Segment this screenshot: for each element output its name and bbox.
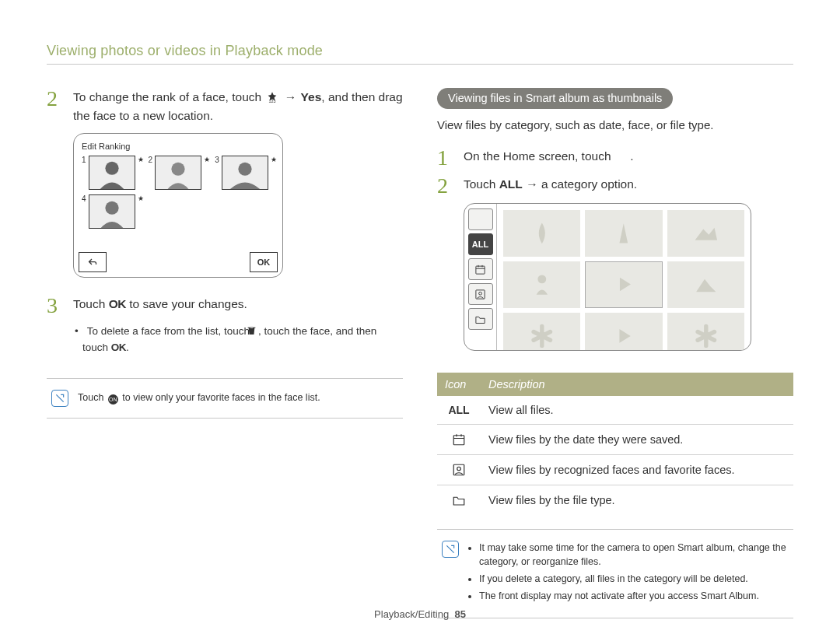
svg-text:123: 123 xyxy=(269,99,276,103)
ok-icon: OK xyxy=(111,342,126,353)
svg-point-7 xyxy=(479,292,482,295)
text: . xyxy=(630,149,633,163)
thumb xyxy=(585,210,662,257)
list-item: The front display may not activate after… xyxy=(479,589,787,603)
step-text: To change the rank of a face, touch 123 … xyxy=(73,88,403,125)
svg-point-11 xyxy=(457,467,461,471)
step-number: 2 xyxy=(47,88,64,125)
yes-label: Yes xyxy=(301,90,322,103)
rank-num: 3 xyxy=(215,156,219,164)
cell-desc: View files by recognized faces and favor… xyxy=(481,455,793,485)
all-label: ALL xyxy=(499,177,523,191)
cell-desc: View files by the date they were saved. xyxy=(481,425,793,455)
step-number: 2 xyxy=(437,175,454,197)
text: → a category option. xyxy=(526,177,637,191)
text: to view only your favorite faces in the … xyxy=(122,392,320,403)
footer-page: 85 xyxy=(454,608,465,620)
thumb xyxy=(585,313,662,351)
note-box: Touch ON to view only your favorite face… xyxy=(47,378,403,419)
th-desc: Description xyxy=(481,373,793,396)
star-icon: ★ xyxy=(204,156,210,163)
step-text: Touch OK to save your changes. xyxy=(73,295,247,317)
arrow-icon: → xyxy=(285,88,297,107)
right-column: Viewing files in Smart album as thumbnai… xyxy=(437,88,793,618)
svg-rect-9 xyxy=(453,436,464,445)
text: To delete a face from the list, touch xyxy=(87,325,253,337)
svg-point-4 xyxy=(105,201,118,215)
list-item: It may take some time for the camera to … xyxy=(479,541,787,569)
svg-point-1 xyxy=(105,162,118,175)
footer-section: Playback/Editing xyxy=(374,608,449,620)
table-row: ALL View all files. xyxy=(437,396,793,425)
star-123-icon: 123 xyxy=(266,90,278,109)
cell-desc: View files by the file type. xyxy=(481,485,793,516)
step-2-right: 2 Touch ALL → a category option. xyxy=(437,175,793,197)
face-icon xyxy=(445,463,473,477)
face-thumb xyxy=(155,156,201,190)
text: Touch xyxy=(73,297,109,310)
face-thumb xyxy=(89,194,135,229)
album-screenshot: ALL xyxy=(464,203,751,351)
note-text: Touch ON to view only your favorite face… xyxy=(78,392,320,404)
sidebar-calendar-button[interactable] xyxy=(468,258,493,280)
th-icon: Icon xyxy=(437,373,481,396)
all-icon: ALL xyxy=(448,404,469,416)
step-number: 3 xyxy=(47,295,64,317)
ok-icon: OK xyxy=(109,297,126,310)
section-subtext: View files by category, such as date, fa… xyxy=(437,118,793,131)
edit-ranking-screenshot: Edit Ranking 1 ★ 2 ★ 3 ★ 4 ★ xyxy=(73,133,283,278)
step-3: 3 Touch OK to save your changes. xyxy=(47,295,403,317)
cell-desc: View all files. xyxy=(481,396,793,425)
list-item: If you delete a category, all files in t… xyxy=(479,572,787,586)
step-text: Touch ALL → a category option. xyxy=(464,175,637,197)
section-pill: Viewing files in Smart album as thumbnai… xyxy=(437,88,673,109)
back-button[interactable] xyxy=(79,252,107,272)
trash-icon xyxy=(254,324,257,342)
star-icon: ★ xyxy=(138,194,144,202)
text: to save your changes. xyxy=(129,297,247,310)
step-1-right: 1 On the Home screen, touch . xyxy=(437,147,793,169)
text: On the Home screen, touch xyxy=(464,149,614,163)
star-icon: ★ xyxy=(271,156,277,163)
table-row: View files by recognized faces and favor… xyxy=(437,455,793,485)
note-icon xyxy=(51,390,68,407)
thumb xyxy=(503,261,580,308)
note-icon xyxy=(442,541,459,558)
thumb xyxy=(667,210,744,257)
table-row: View files by the file type. xyxy=(437,485,793,516)
thumb xyxy=(667,313,744,351)
thumb xyxy=(503,210,580,257)
thumb xyxy=(667,261,744,308)
thumb xyxy=(503,313,580,351)
rank-num: 2 xyxy=(149,156,153,164)
sidebar-all-button[interactable]: ALL xyxy=(468,233,493,255)
sidebar-folder-button[interactable] xyxy=(468,308,493,330)
page-title: Viewing photos or videos in Playback mod… xyxy=(47,43,793,65)
rank-num: 4 xyxy=(82,194,86,203)
text: Touch xyxy=(78,392,107,403)
icon-description-table: Icon Description ALL View all files. Vie… xyxy=(437,373,793,515)
note-list: It may take some time for the camera to … xyxy=(468,541,787,607)
svg-rect-6 xyxy=(476,289,485,298)
text: Touch xyxy=(464,177,499,191)
ok-button[interactable]: OK xyxy=(250,252,278,272)
step-2: 2 To change the rank of a face, touch 12… xyxy=(47,88,403,125)
face-thumb xyxy=(89,156,135,190)
step-number: 1 xyxy=(437,147,454,169)
text: . xyxy=(126,342,129,353)
svg-point-2 xyxy=(172,163,185,176)
calendar-icon xyxy=(445,433,473,447)
dot-icon: ON xyxy=(108,394,118,405)
svg-rect-10 xyxy=(453,464,464,475)
edit-ranking-title: Edit Ranking xyxy=(82,142,275,151)
svg-point-3 xyxy=(238,163,251,176)
folder-icon xyxy=(445,493,473,507)
sidebar-blank-button[interactable] xyxy=(468,208,493,230)
sidebar-face-button[interactable] xyxy=(468,283,493,305)
face-thumb xyxy=(222,156,268,190)
text: To change the rank of a face, touch xyxy=(73,90,264,103)
left-column: 2 To change the rank of a face, touch 12… xyxy=(47,88,403,618)
page-footer: Playback/Editing 85 xyxy=(0,608,840,620)
table-row: View files by the date they were saved. xyxy=(437,425,793,455)
svg-point-8 xyxy=(537,275,546,283)
